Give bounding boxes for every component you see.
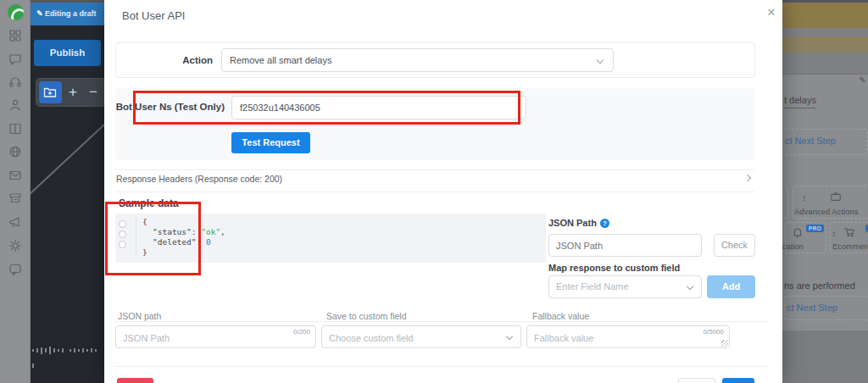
- bot-user-api-modal: Bot User API × Action Remove all smart d…: [104, 0, 782, 383]
- drag-handle-icon[interactable]: ↕: [802, 192, 807, 203]
- apps-grid-icon[interactable]: [8, 29, 22, 42]
- app-logo-icon[interactable]: [8, 4, 24, 20]
- json-path-column-header: JSON path: [118, 311, 161, 321]
- bell-icon: [792, 226, 804, 240]
- char-counter: 0/5000: [704, 328, 724, 336]
- page: ✎ Editing a draft Publish + − ✎ t delays…: [0, 0, 868, 383]
- divider: [115, 366, 769, 367]
- editing-draft-badge: ✎ Editing a draft: [31, 3, 104, 25]
- drag-handle-icon[interactable]: ↕: [832, 228, 837, 238]
- canvas-toolbar: + −: [36, 78, 104, 107]
- notification-label: tification: [782, 241, 804, 251]
- megaphone-icon[interactable]: [8, 215, 22, 229]
- save-button[interactable]: [722, 378, 754, 383]
- ecommerce-tile[interactable]: ↕ PRO Ecommerce: [830, 222, 868, 253]
- modal-title: Bot User API: [122, 9, 185, 22]
- advanced-actions-label: Advanced Actions: [794, 207, 859, 216]
- select-next-step-link[interactable]: ct Next Step: [787, 303, 837, 313]
- resize-grip-icon[interactable]: [721, 340, 728, 347]
- action-select[interactable]: Remove all smart delays: [221, 48, 614, 72]
- flow-canvas: ✎ Editing a draft Publish + −: [31, 0, 104, 383]
- json-path-input[interactable]: [548, 234, 702, 257]
- chevron-down-icon: [597, 57, 604, 64]
- notice-banner: [782, 3, 868, 28]
- ecommerce-label: Ecommerce: [832, 241, 868, 251]
- pencil-icon: ✎: [36, 9, 43, 18]
- chat-icon[interactable]: [8, 53, 22, 66]
- action-card: Action Remove all smart delays: [115, 42, 755, 78]
- person-icon[interactable]: [8, 98, 22, 112]
- app-sidebar: [0, 0, 31, 383]
- fallback-column-header: Fallback value: [532, 311, 589, 321]
- chevron-down-icon: [506, 333, 513, 340]
- notification-tile[interactable]: PRO tification: [785, 222, 826, 253]
- mapping-json-path-input[interactable]: 0/200 JSON Path: [115, 325, 316, 348]
- add-button[interactable]: Add: [707, 275, 755, 298]
- field-name-select[interactable]: Enter Field Name: [548, 275, 702, 298]
- test-request-button[interactable]: Test Request: [231, 132, 310, 153]
- response-headers-accordion[interactable]: Response Headers (Response code: 200): [116, 174, 282, 184]
- fallback-value-textarea[interactable]: 0/5000 Fallback value: [526, 325, 730, 348]
- divider: [115, 192, 755, 192]
- action-label: Action: [116, 55, 213, 65]
- briefcase-icon: [830, 191, 842, 204]
- mail-icon[interactable]: [8, 169, 22, 182]
- gear-icon[interactable]: [8, 239, 22, 253]
- flow-connector-line: [31, 121, 104, 195]
- delete-button[interactable]: [117, 378, 153, 383]
- map-response-label: Map response to custom field: [548, 263, 680, 273]
- check-button[interactable]: Check: [714, 234, 755, 257]
- json-path-label: JSON Path?: [548, 218, 609, 228]
- notice-banner-secondary: ✎: [782, 36, 868, 53]
- annotation-rectangle: [105, 202, 201, 275]
- zoom-in-button[interactable]: +: [64, 81, 81, 104]
- dimmed-background-panel: ✎ t delays ct Next Step ↕ Advanced Actio…: [782, 0, 868, 383]
- annotation-rectangle: [133, 91, 520, 125]
- action-tile-partial[interactable]: [782, 186, 788, 219]
- select-next-step-link[interactable]: ct Next Step: [785, 136, 836, 146]
- book-icon[interactable]: [8, 122, 22, 136]
- pro-badge: PRO: [806, 225, 824, 232]
- comment-icon[interactable]: [8, 263, 22, 276]
- add-folder-button[interactable]: [39, 81, 62, 103]
- smart-delays-select-fragment[interactable]: t delays: [784, 95, 816, 108]
- choose-custom-field-select[interactable]: Choose custom field: [321, 325, 521, 348]
- archive-icon[interactable]: [8, 192, 22, 205]
- dimmed-canvas-bottom: [782, 330, 868, 383]
- divider: [115, 321, 769, 322]
- minimap[interactable]: [32, 342, 103, 352]
- save-field-column-header: Save to custom field: [326, 311, 407, 321]
- char-counter: 0/200: [293, 328, 310, 336]
- advanced-actions-tile[interactable]: ↕ Advanced Actions PRO: [793, 186, 868, 219]
- pencil-icon: ✎: [860, 75, 866, 85]
- performed-text-fragment: ns are performed: [784, 280, 855, 291]
- cancel-button[interactable]: [678, 378, 715, 383]
- publish-button[interactable]: Publish: [34, 40, 101, 66]
- cart-icon: [843, 226, 855, 240]
- close-icon[interactable]: ×: [763, 4, 780, 21]
- headset-icon[interactable]: [8, 75, 22, 89]
- chevron-right-icon: [744, 175, 751, 181]
- divider: [115, 169, 755, 170]
- help-icon[interactable]: ?: [600, 219, 609, 228]
- globe-icon[interactable]: [8, 145, 22, 158]
- next-step-dropzone-top[interactable]: ct Next Step: [782, 129, 868, 155]
- next-step-dropzone-bottom[interactable]: ct Next Step: [784, 296, 868, 320]
- zoom-out-button[interactable]: −: [85, 81, 102, 104]
- chevron-down-icon: [687, 283, 693, 290]
